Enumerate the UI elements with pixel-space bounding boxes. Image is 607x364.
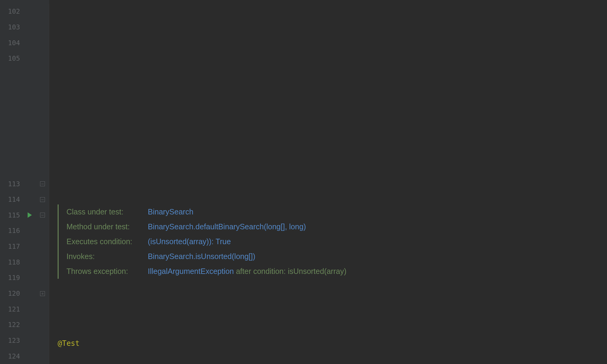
code-line <box>53 29 607 46</box>
line-number: 124 <box>0 348 20 364</box>
line-number: 102 <box>0 4 20 19</box>
annotation-test: @Test <box>58 339 80 348</box>
code-line <box>53 63 607 80</box>
gutter: 1021031041051131141151161171181191201211… <box>0 0 49 364</box>
line-number: 117 <box>0 239 20 254</box>
run-test-icon[interactable] <box>28 212 32 218</box>
line-number: 113 <box>0 176 20 192</box>
fold-column <box>36 4 49 364</box>
line-number: 122 <box>0 317 20 333</box>
doc-label-throws: Throws exception: <box>66 267 145 276</box>
line-numbers-column: 1021031041051131141151161171181191201211… <box>0 4 24 364</box>
code-line <box>53 131 607 148</box>
doc-label-class-under-test: Class under test: <box>66 207 145 216</box>
fold-collapse-icon[interactable] <box>40 197 45 202</box>
fold-expand-icon[interactable] <box>40 291 45 296</box>
doc-link-method-under-test[interactable]: BinarySearch.defaultBinarySearch(long[],… <box>148 222 306 231</box>
line-number: 121 <box>0 301 20 317</box>
doc-val-throws-after: after condition: isUnsorted(array) <box>234 267 347 275</box>
doc-link-class-under-test[interactable]: BinarySearch <box>148 207 193 216</box>
line-number: 105 <box>0 51 20 66</box>
fold-collapse-icon[interactable] <box>40 181 45 186</box>
line-number: 104 <box>0 35 20 51</box>
code-line: @Test <box>58 335 607 352</box>
doc-label-executes-condition: Executes condition: <box>66 237 145 246</box>
line-number: 119 <box>0 270 20 286</box>
doc-link-throws-exception[interactable]: IllegalArgumentException <box>148 267 234 275</box>
line-number: 115 <box>0 207 20 223</box>
line-number: 123 <box>0 333 20 349</box>
javadoc-summary-block: Class under test: BinarySearch Method un… <box>58 204 346 279</box>
doc-label-method-under-test: Method under test: <box>66 222 145 231</box>
line-number: 120 <box>0 286 20 302</box>
line-number: 114 <box>0 192 20 207</box>
code-area[interactable]: Class under test: BinarySearch Method un… <box>49 0 607 364</box>
code-editor: 1021031041051131141151161171181191201211… <box>0 0 607 364</box>
doc-val-executes-condition: (isUnsorted(array)): True <box>148 237 231 246</box>
fold-collapse-icon[interactable] <box>40 213 45 217</box>
doc-label-invokes: Invokes: <box>66 252 145 261</box>
line-number: 103 <box>0 19 20 35</box>
line-number: 118 <box>0 254 20 270</box>
run-markers-column <box>24 4 36 364</box>
line-number: 116 <box>0 223 20 239</box>
code-line <box>53 97 607 114</box>
doc-link-invokes[interactable]: BinarySearch.isUnsorted(long[]) <box>148 252 255 261</box>
